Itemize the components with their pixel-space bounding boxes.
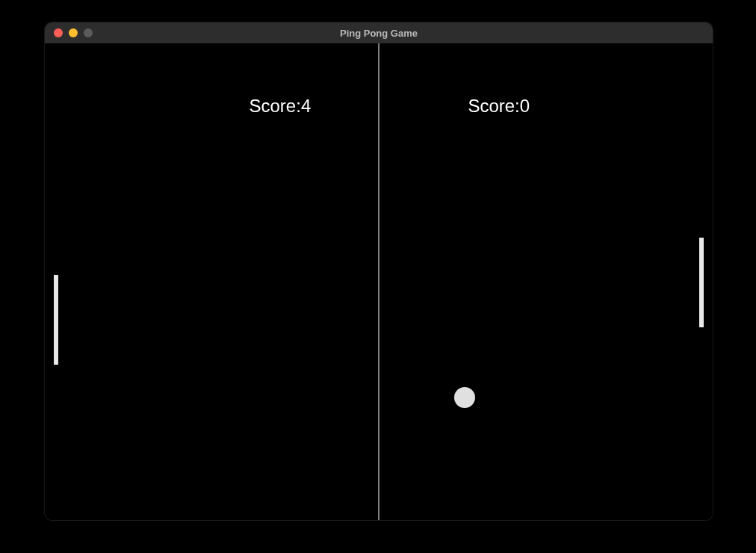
paddle-left[interactable] xyxy=(54,275,58,365)
window-controls xyxy=(45,28,93,37)
score-value-right: 0 xyxy=(520,96,530,116)
titlebar: Ping Pong Game xyxy=(45,22,713,43)
window-title: Ping Pong Game xyxy=(45,28,713,39)
score-label-left: Score: xyxy=(250,96,301,116)
score-label-right: Score: xyxy=(468,96,519,116)
score-left: Score:4 xyxy=(250,96,312,117)
close-icon[interactable] xyxy=(54,28,63,37)
ball xyxy=(454,387,475,408)
center-divider xyxy=(379,43,379,520)
paddle-right[interactable] xyxy=(699,238,704,327)
score-value-left: 4 xyxy=(301,96,311,116)
score-right: Score:0 xyxy=(468,96,530,117)
maximize-icon[interactable] xyxy=(84,28,93,37)
game-area[interactable]: Score:4 Score:0 xyxy=(45,43,713,520)
game-window: Ping Pong Game Score:4 Score:0 xyxy=(45,22,713,520)
minimize-icon[interactable] xyxy=(69,28,78,37)
